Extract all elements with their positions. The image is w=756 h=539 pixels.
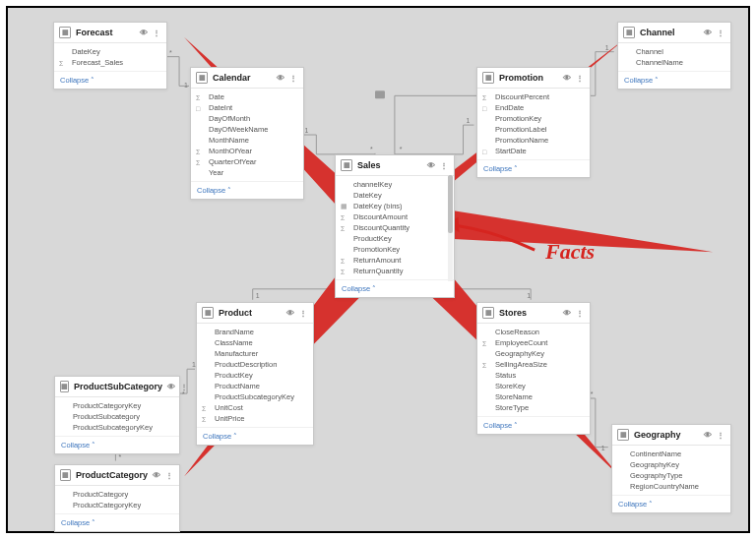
collapse-link[interactable]: Collapse˄ (336, 279, 454, 297)
field-row[interactable]: DayOfMonth (191, 113, 303, 124)
field-row[interactable]: CloseReason (477, 327, 590, 337)
table-header[interactable]: ▦Channel👁⋮ (618, 23, 730, 43)
field-row[interactable]: □EndDate (477, 102, 590, 113)
table-channel[interactable]: ▦Channel👁⋮ChannelChannelNameCollapse˄ (617, 22, 731, 90)
field-row[interactable]: GeographyType (612, 470, 730, 481)
table-header[interactable]: ▦Calendar👁⋮ (191, 68, 303, 89)
field-row[interactable]: ΣDate (191, 91, 303, 102)
field-row[interactable]: ProductCategoryKey (55, 500, 179, 510)
table-header[interactable]: ▦Sales👁⋮ (336, 155, 454, 176)
table-header[interactable]: ▦Stores👁⋮ (477, 303, 590, 324)
field-scrollbar[interactable] (448, 175, 453, 281)
table-header[interactable]: ▦ProductCategory👁⋮ (55, 465, 179, 486)
field-row[interactable]: ΣSellingAreaSize (477, 359, 590, 370)
table-calendar[interactable]: ▦Calendar👁⋮ΣDate□DateIntDayOfMonthDayOfW… (190, 67, 304, 200)
field-row[interactable]: PromotionKey (477, 113, 590, 124)
field-row[interactable]: ProductSubcategoryKey (55, 422, 179, 433)
collapse-link[interactable]: Collapse˄ (55, 513, 179, 531)
table-header[interactable]: ▦ProductSubCategory👁⋮ (55, 377, 179, 397)
field-row[interactable]: □DateInt (191, 102, 303, 113)
field-row[interactable]: ProductCategoryKey (55, 400, 179, 411)
field-row[interactable]: ΣDiscountQuantity (336, 222, 454, 233)
field-row[interactable]: DateKey (336, 190, 454, 201)
collapse-link[interactable]: Collapse˄ (477, 416, 590, 434)
collapse-link[interactable]: Collapse˄ (55, 436, 179, 453)
field-row[interactable]: ProductCategory (55, 489, 179, 500)
field-row[interactable]: ProductKey (197, 370, 313, 381)
visibility-icon[interactable]: 👁 (277, 74, 284, 83)
field-row[interactable]: ProductDescription (197, 359, 313, 370)
visibility-icon[interactable]: 👁 (563, 309, 571, 318)
table-geography[interactable]: ▦Geography👁⋮ContinentNameGeographyKeyGeo… (611, 424, 731, 513)
field-row[interactable]: ProductSubcategory (55, 411, 179, 422)
field-row[interactable]: ProductName (197, 381, 313, 391)
field-row[interactable]: RegionCountryName (612, 481, 730, 492)
field-row[interactable]: ΣForecast_Sales (54, 57, 166, 68)
visibility-icon[interactable]: 👁 (704, 431, 712, 440)
field-row[interactable]: □StartDate (477, 146, 590, 156)
table-promotion[interactable]: ▦Promotion👁⋮ΣDiscountPercent□EndDateProm… (476, 67, 591, 178)
field-row[interactable]: ProductKey (336, 233, 454, 244)
more-options-icon[interactable]: ⋮ (576, 74, 585, 83)
field-row[interactable]: ΣDiscountAmount (336, 211, 454, 222)
visibility-icon[interactable]: 👁 (153, 471, 160, 480)
visibility-icon[interactable]: 👁 (140, 29, 148, 37)
more-options-icon[interactable]: ⋮ (180, 383, 189, 391)
field-row[interactable]: ChannelName (618, 57, 730, 68)
visibility-icon[interactable]: 👁 (427, 161, 435, 170)
model-canvas[interactable]: *1 1* 1* 1 1* 1* *1 *1 1* Facts ▦Forecas… (6, 6, 750, 533)
scrollbar-thumb[interactable] (448, 175, 453, 233)
table-productsubcat[interactable]: ▦ProductSubCategory👁⋮ProductCategoryKeyP… (54, 376, 180, 454)
field-row[interactable]: ΣUnitCost (197, 402, 313, 413)
collapse-link[interactable]: Collapse˄ (618, 71, 730, 89)
visibility-icon[interactable]: 👁 (167, 383, 175, 391)
visibility-icon[interactable]: 👁 (704, 29, 712, 37)
field-row[interactable]: channelKey (336, 179, 454, 190)
field-row[interactable]: Channel (618, 46, 730, 57)
field-row[interactable]: DayOfWeekName (191, 124, 303, 135)
field-row[interactable]: PromotionKey (336, 244, 454, 255)
table-product[interactable]: ▦Product👁⋮BrandNameClassNameManufacturer… (196, 302, 314, 446)
field-row[interactable]: Year (191, 167, 303, 178)
field-row[interactable]: MonthName (191, 135, 303, 146)
table-header[interactable]: ▦Forecast👁⋮ (54, 23, 166, 43)
field-row[interactable]: ProductSubcategoryKey (197, 391, 313, 402)
more-options-icon[interactable]: ⋮ (299, 309, 308, 318)
more-options-icon[interactable]: ⋮ (165, 471, 174, 480)
visibility-icon[interactable]: 👁 (563, 74, 571, 83)
more-options-icon[interactable]: ⋮ (153, 29, 161, 37)
field-row[interactable]: Status (477, 370, 590, 381)
more-options-icon[interactable]: ⋮ (440, 161, 449, 170)
field-row[interactable]: GeographyKey (612, 459, 730, 470)
collapse-link[interactable]: Collapse˄ (54, 71, 166, 89)
field-row[interactable]: StoreKey (477, 381, 590, 391)
more-options-icon[interactable]: ⋮ (289, 74, 298, 83)
field-row[interactable]: ΣQuarterOfYear (191, 156, 303, 167)
field-row[interactable]: StoreType (477, 402, 590, 413)
table-header[interactable]: ▦Promotion👁⋮ (477, 68, 590, 89)
collapse-link[interactable]: Collapse˄ (197, 427, 313, 445)
field-row[interactable]: PromotionName (477, 135, 590, 146)
field-row[interactable]: ΣDiscountPercent (477, 91, 590, 102)
field-row[interactable]: ΣUnitPrice (197, 413, 313, 424)
collapse-link[interactable]: Collapse˄ (191, 181, 303, 199)
table-header[interactable]: ▦Geography👁⋮ (612, 425, 730, 446)
collapse-link[interactable]: Collapse˄ (612, 495, 730, 512)
more-options-icon[interactable]: ⋮ (717, 29, 725, 37)
field-row[interactable]: DateKey (54, 46, 166, 57)
field-row[interactable]: ClassName (197, 337, 313, 348)
field-row[interactable]: ΣReturnQuantity (336, 266, 454, 276)
more-options-icon[interactable]: ⋮ (576, 309, 585, 318)
field-row[interactable]: PromotionLabel (477, 124, 590, 135)
field-row[interactable]: GeographyKey (477, 348, 590, 359)
table-productcat[interactable]: ▦ProductCategory👁⋮ProductCategoryProduct… (54, 464, 180, 532)
field-row[interactable]: BrandName (197, 327, 313, 337)
table-sales[interactable]: ▦Sales👁⋮channelKeyDateKey▦DateKey (bins)… (335, 154, 455, 298)
field-row[interactable]: ContinentName (612, 449, 730, 459)
field-row[interactable]: Manufacturer (197, 348, 313, 359)
table-stores[interactable]: ▦Stores👁⋮CloseReasonΣEmployeeCountGeogra… (476, 302, 591, 435)
field-row[interactable]: ▦DateKey (bins) (336, 201, 454, 211)
field-row[interactable]: ΣEmployeeCount (477, 337, 590, 348)
table-header[interactable]: ▦Product👁⋮ (197, 303, 313, 324)
field-row[interactable]: StoreName (477, 391, 590, 402)
